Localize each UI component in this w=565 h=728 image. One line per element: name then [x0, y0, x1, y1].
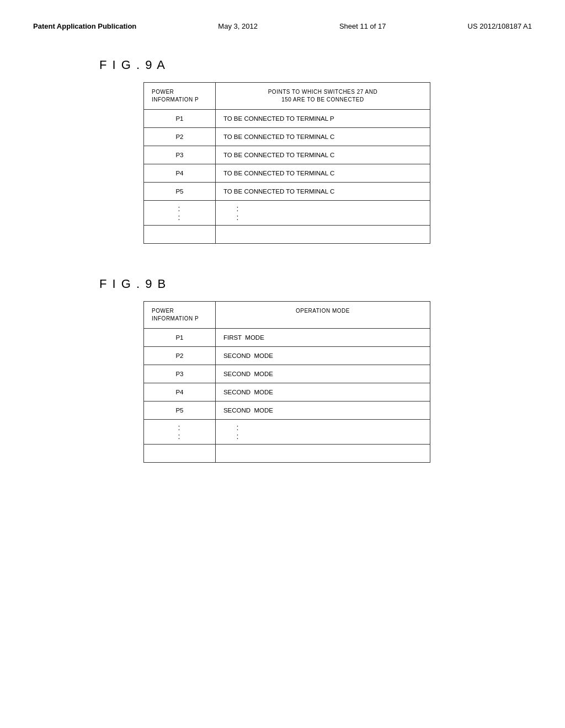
fig-9a-col1-header: POWERINFORMATION P	[144, 83, 216, 110]
fig-9a-table: POWERINFORMATION P POINTS TO WHICH SWITC…	[143, 82, 430, 244]
figure-9b-section: F I G . 9 B POWERINFORMATION P OPERATION…	[33, 277, 532, 463]
fig-9b-label: F I G . 9 B	[99, 277, 532, 291]
fig-9b-row5-right: SECOND MODE	[215, 402, 430, 420]
fig-9b-table-container: POWERINFORMATION P OPERATION MODE P1 FIR…	[143, 301, 532, 463]
fig-9b-body: P1 FIRST MODE P2 SECOND MODE P3 SECOND M…	[144, 329, 430, 463]
fig-9b-col2-header: OPERATION MODE	[215, 302, 430, 329]
fig-9a-col2-header: POINTS TO WHICH SWITCHES 27 AND150 ARE T…	[215, 83, 430, 110]
page-header: Patent Application Publication May 3, 20…	[33, 22, 532, 30]
fig-9b-col1-header: POWERINFORMATION P	[144, 302, 216, 329]
table-row: P1 FIRST MODE	[144, 329, 430, 347]
fig-9a-row5-right: TO BE CONNECTED TO TERMINAL C	[215, 183, 430, 201]
fig-9a-empty-left	[144, 226, 216, 244]
fig-9b-dots-right: : :	[215, 420, 430, 445]
table-row: P4 TO BE CONNECTED TO TERMINAL C	[144, 164, 430, 183]
table-row: P5 TO BE CONNECTED TO TERMINAL C	[144, 183, 430, 201]
fig-9a-empty-row	[144, 226, 430, 244]
table-row: P2 SECOND MODE	[144, 347, 430, 365]
figure-9a-section: F I G . 9 A POWERINFORMATION P POINTS TO…	[33, 58, 532, 244]
patent-number: US 2012/108187 A1	[468, 22, 532, 30]
fig-9a-row5-left: P5	[144, 183, 216, 201]
publication-date: May 3, 2012	[218, 22, 258, 30]
fig-9a-row4-left: P4	[144, 164, 216, 183]
fig-9a-row4-right: TO BE CONNECTED TO TERMINAL C	[215, 164, 430, 183]
fig-9b-row4-left: P4	[144, 383, 216, 402]
fig-9b-row3-right: SECOND MODE	[215, 365, 430, 383]
fig-9b-row3-left: P3	[144, 365, 216, 383]
fig-9b-row2-left: P2	[144, 347, 216, 365]
fig-9a-row2-left: P2	[144, 128, 216, 146]
fig-9a-dots-left: ::	[144, 201, 216, 226]
fig-9a-row1-right: TO BE CONNECTED TO TERMINAL P	[215, 110, 430, 128]
fig-9b-empty-right	[215, 445, 430, 463]
fig-9b-row5-left: P5	[144, 402, 216, 420]
fig-9a-header-row: POWERINFORMATION P POINTS TO WHICH SWITC…	[144, 83, 430, 110]
fig-9a-dots-right: : :	[215, 201, 430, 226]
fig-9a-dots-row: :: : :	[144, 201, 430, 226]
sheet-info: Sheet 11 of 17	[339, 22, 386, 30]
fig-9a-row2-right: TO BE CONNECTED TO TERMINAL C	[215, 128, 430, 146]
table-row: P2 TO BE CONNECTED TO TERMINAL C	[144, 128, 430, 146]
fig-9b-header-row: POWERINFORMATION P OPERATION MODE	[144, 302, 430, 329]
fig-9b-empty-left	[144, 445, 216, 463]
fig-9b-empty-row	[144, 445, 430, 463]
fig-9a-empty-right	[215, 226, 430, 244]
fig-9b-row1-right: FIRST MODE	[215, 329, 430, 347]
fig-9b-row2-right: SECOND MODE	[215, 347, 430, 365]
fig-9b-dots-row: :: : :	[144, 420, 430, 445]
fig-9b-table: POWERINFORMATION P OPERATION MODE P1 FIR…	[143, 301, 430, 463]
fig-9a-row3-left: P3	[144, 146, 216, 164]
table-row: P4 SECOND MODE	[144, 383, 430, 402]
table-row: P3 SECOND MODE	[144, 365, 430, 383]
fig-9b-row4-right: SECOND MODE	[215, 383, 430, 402]
fig-9b-row1-left: P1	[144, 329, 216, 347]
fig-9b-dots-left: ::	[144, 420, 216, 445]
fig-9a-row1-left: P1	[144, 110, 216, 128]
page: Patent Application Publication May 3, 20…	[0, 0, 565, 728]
fig-9a-row3-right: TO BE CONNECTED TO TERMINAL C	[215, 146, 430, 164]
table-row: P5 SECOND MODE	[144, 402, 430, 420]
fig-9a-table-container: POWERINFORMATION P POINTS TO WHICH SWITC…	[143, 82, 532, 244]
fig-9a-body: P1 TO BE CONNECTED TO TERMINAL P P2 TO B…	[144, 110, 430, 244]
fig-9a-label: F I G . 9 A	[99, 58, 532, 72]
table-row: P3 TO BE CONNECTED TO TERMINAL C	[144, 146, 430, 164]
publication-label: Patent Application Publication	[33, 22, 136, 30]
table-row: P1 TO BE CONNECTED TO TERMINAL P	[144, 110, 430, 128]
